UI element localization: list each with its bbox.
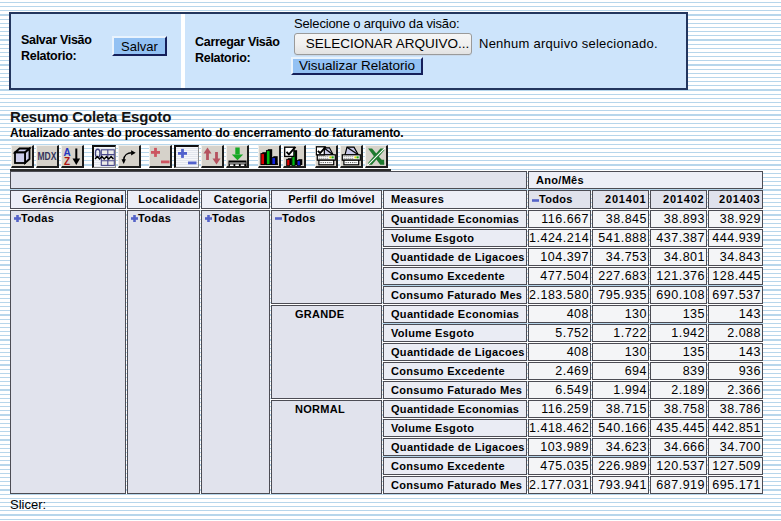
svg-text:Z: Z (64, 156, 70, 167)
svg-text:MDX: MDX (38, 151, 57, 162)
